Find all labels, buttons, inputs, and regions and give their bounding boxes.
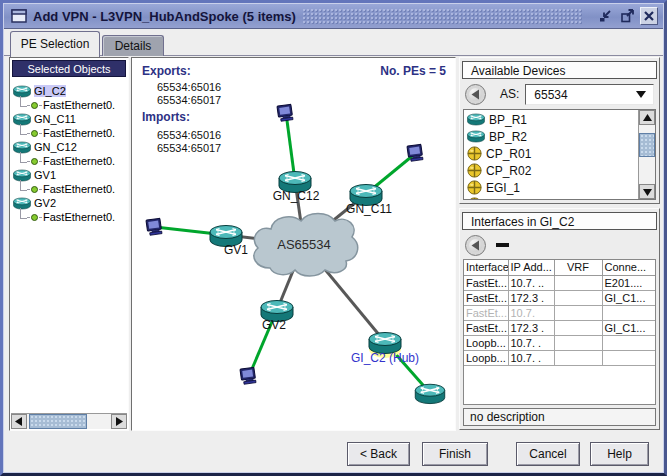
as-combobox[interactable]: 65534 [525,84,654,105]
tree-device-GV2[interactable]: GV2 [10,196,128,210]
cloud-label: AS65534 [277,237,331,252]
interface-icon [31,186,38,193]
help-button[interactable]: Help [590,442,649,466]
tree-connector [20,180,27,191]
tree-connector [20,124,27,135]
scroll-up-button[interactable] [639,110,655,125]
import-value: 65534:65017 [157,142,221,154]
tree-device-GN_C12[interactable]: GN_C12 [10,140,128,154]
left-triangle-icon [471,240,480,251]
topology-panel: AS65534GN_C12GN_C11GV1GV2GI_C2 (Hub) Exp… [131,57,456,431]
tree-interface[interactable]: FastEthernet0. [10,154,128,168]
scroll-left-button[interactable] [11,414,27,429]
scroll-thumb[interactable] [639,133,655,157]
close-button[interactable] [640,7,658,25]
as-cloud[interactable]: AS65534 [254,214,358,277]
interface-row[interactable]: Loopb...10.7. . [464,335,655,350]
topo-node-ce_left[interactable] [146,218,162,235]
left-triangle-icon [471,89,480,100]
window-icon [11,9,27,23]
col-connected[interactable]: Conne... [602,260,655,275]
tree-interface[interactable]: FastEthernet0. [10,182,128,196]
left-arrow-icon [15,417,23,426]
pe-selection-page: Selected Objects GI_C2FastEthernet0.GN_C… [4,56,663,435]
finish-button[interactable]: Finish [422,442,488,466]
selected-objects-header: Selected Objects [12,60,126,77]
selected-objects-tree: GI_C2FastEthernet0.GN_C11FastEthernet0.G… [10,79,128,224]
tree-device-GI_C2[interactable]: GI_C2 [10,84,128,98]
devices-vertical-scrollbar[interactable] [638,110,655,199]
as-combobox-value: 65534 [526,85,629,104]
device-item-partial[interactable] [464,196,638,199]
tab-pe-selection[interactable]: PE Selection [10,31,100,57]
tab-details[interactable]: Details [102,35,164,56]
node-label: GV1 [224,243,248,257]
tree-horizontal-scrollbar[interactable] [11,413,127,429]
topo-node-ce_br[interactable] [415,384,444,403]
minimize-icon [597,8,613,24]
interface-icon [31,102,38,109]
scroll-down-button[interactable] [639,184,655,199]
device-item-CP_R01[interactable]: CP_R01 [464,145,638,162]
tab-strip: PE Selection Details [4,29,663,56]
tree-interface[interactable]: FastEthernet0. [10,210,128,224]
up-arrow-icon [643,114,652,122]
interface-icon [31,130,38,137]
interface-row[interactable]: FastEt...172.3 .GI_C1... [464,320,655,335]
cancel-button[interactable]: Cancel [516,442,580,466]
right-arrow-icon [115,417,123,426]
device-item-BP_R2[interactable]: BP_R2 [464,128,638,145]
imports-label: Imports: [142,110,190,124]
ce-link [286,113,295,181]
device-item-CP_R02[interactable]: CP_R02 [464,162,638,179]
minimize-button[interactable] [596,7,614,25]
back-button[interactable]: < Back [347,442,410,466]
as-label: AS: [500,87,519,101]
scroll-track[interactable] [639,125,655,184]
col-vrf[interactable]: VRF [554,260,602,275]
topo-node-ce_top[interactable] [277,104,293,121]
device-item-EGI_1[interactable]: EGI_1 [464,179,638,196]
interface-row[interactable]: FastEt...10.7. ..E201.... [464,275,655,290]
tree-connector [20,96,27,107]
interface-icon [31,158,38,165]
scroll-right-button[interactable] [111,414,127,429]
interface-row[interactable]: Loopb...10.7. . [464,350,655,365]
import-value: 65534:65016 [157,129,221,141]
remove-interface-button[interactable] [496,243,509,247]
available-devices-header: Available Devices [462,61,657,79]
col-ip-address[interactable]: IP Add... [508,260,554,275]
interface-left-button[interactable] [465,235,486,256]
maximize-button[interactable] [618,7,636,25]
node-label: GN_C11 [346,202,392,216]
topo-node-ce_bottom[interactable] [240,367,256,384]
window-title: Add VPN - L3VPN_HubAndSpoke (5 items) [33,9,296,24]
combo-dropdown-arrow[interactable] [629,85,653,104]
scroll-thumb[interactable] [29,414,87,429]
dialog-button-bar: < Back Finish Cancel Help [4,435,663,472]
selected-objects-panel: Selected Objects GI_C2FastEthernet0.GN_C… [9,57,129,431]
table-header-row: Interface IP Add... VRF Conne... [464,260,655,275]
device-item-BP_R1[interactable]: BP_R1 [464,111,638,128]
export-value: 65534:65017 [157,94,221,106]
available-devices-panel: Available Devices AS: 65534 BP_R1BP_R2CP… [459,57,660,204]
tree-interface[interactable]: FastEthernet0. [10,98,128,112]
scroll-track[interactable] [27,414,111,429]
add-vpn-dialog: Add VPN - L3VPN_HubAndSpoke (5 items) [0,0,667,476]
title-bar[interactable]: Add VPN - L3VPN_HubAndSpoke (5 items) [4,4,663,29]
export-value: 65534:65016 [157,81,221,93]
interfaces-table: Interface IP Add... VRF Conne... FastEt.… [464,260,655,366]
tree-device-GN_C11[interactable]: GN_C11 [10,112,128,126]
interface-row[interactable]: FastEt...10.7. [464,305,655,320]
add-device-left-button[interactable] [465,84,486,105]
tree-interface[interactable]: FastEthernet0. [10,126,128,140]
titlebar-texture [302,8,583,24]
available-devices-list: BP_R1BP_R2CP_R01CP_R02EGI_1 [464,110,638,199]
node-label: GN_C12 [273,189,320,203]
interface-row[interactable]: FastEt...172.3 .GI_C1... [464,290,655,305]
col-interface[interactable]: Interface [464,260,508,275]
tree-device-GV1[interactable]: GV1 [10,168,128,182]
node-label: GV2 [262,318,286,332]
tree-connector [20,208,27,219]
close-icon [641,8,657,24]
